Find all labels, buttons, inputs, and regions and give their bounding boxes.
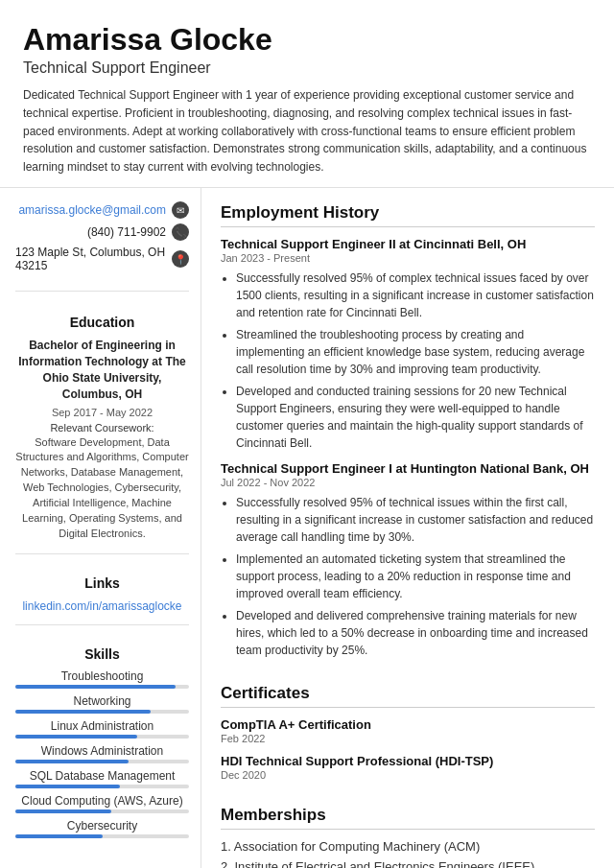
phone-item: (840) 711-9902 📞 (15, 223, 189, 241)
bullet-item: Successfully resolved 95% of technical i… (236, 494, 595, 546)
skill-bar-bg (15, 834, 189, 838)
skill-bar-bg (15, 785, 189, 788)
skill-bar-fill (15, 760, 129, 763)
header-section: Amarissa Glocke Technical Support Engine… (0, 0, 614, 188)
job-title: Technical Support Engineer II at Cincinn… (221, 237, 595, 251)
bullet-item: Successfully resolved 95% of complex tec… (236, 270, 595, 321)
address-item: 123 Maple St, Columbus, OH 43215 📍 (15, 246, 189, 272)
membership-item: 2. Institute of Electrical and Electroni… (221, 859, 595, 868)
certs-list: CompTIA A+ Certification Feb 2022 HDI Te… (221, 717, 595, 781)
education-title: Education (15, 315, 189, 330)
job-bullets: Successfully resolved 95% of technical i… (221, 494, 595, 659)
candidate-title: Technical Support Engineer (23, 59, 591, 77)
resume-wrapper: Amarissa Glocke Technical Support Engine… (0, 0, 614, 868)
skill-label: Troubleshooting (15, 669, 189, 683)
main-columns: amarissa.glocke@gmail.com ✉ (840) 711-99… (0, 188, 614, 868)
skill-bar-bg (15, 760, 189, 763)
job-entry: Technical Support Engineer II at Cincinn… (221, 237, 595, 452)
skill-item: Windows Administration (15, 744, 189, 763)
skill-label: Windows Administration (15, 744, 189, 758)
skill-item: Troubleshooting (15, 669, 189, 689)
certificates-section: Certificates CompTIA A+ Certification Fe… (221, 684, 595, 790)
employment-title: Employment History (221, 203, 595, 227)
skill-item: SQL Database Management (15, 769, 189, 788)
coursework-text: Software Development, Data Structures an… (15, 435, 189, 543)
bullet-item: Streamlined the troubleshooting process … (236, 326, 595, 378)
memberships-list: 1. Association for Computing Machinery (… (221, 839, 595, 868)
links-block: Links linkedin.com/in/amarissaglocke (15, 566, 189, 625)
skills-list: Troubleshooting Networking Linux Adminis… (15, 669, 189, 838)
phone-icon: 📞 (172, 223, 189, 241)
email-item: amarissa.glocke@gmail.com ✉ (15, 201, 189, 219)
cert-date: Dec 2020 (221, 769, 595, 781)
bullet-item: Implemented an automated ticketing syste… (236, 551, 595, 602)
skill-bar-bg (15, 710, 189, 714)
left-column: amarissa.glocke@gmail.com ✉ (840) 711-99… (0, 188, 201, 868)
employment-section: Employment History Technical Support Eng… (221, 203, 595, 669)
summary-text: Dedicated Technical Support Engineer wit… (23, 86, 591, 176)
skill-label: Cloud Computing (AWS, Azure) (15, 794, 189, 808)
skill-bar-fill (15, 785, 120, 788)
candidate-name: Amarissa Glocke (23, 21, 591, 58)
cert-entry: CompTIA A+ Certification Feb 2022 (221, 717, 595, 744)
contact-block: amarissa.glocke@gmail.com ✉ (840) 711-99… (15, 201, 189, 292)
phone-text: (840) 711-9902 (87, 225, 166, 239)
skill-bar-fill (15, 710, 151, 714)
bullet-item: Developed and delivered comprehensive tr… (236, 607, 595, 659)
links-title: Links (15, 575, 189, 591)
skill-item: Cybersecurity (15, 819, 189, 838)
skill-item: Cloud Computing (AWS, Azure) (15, 794, 189, 813)
skill-label: Linux Administration (15, 719, 189, 733)
skill-label: Networking (15, 694, 189, 708)
memberships-section: Memberships 1. Association for Computing… (221, 806, 595, 868)
cert-date: Feb 2022 (221, 733, 595, 744)
job-bullets: Successfully resolved 95% of complex tec… (221, 270, 595, 452)
coursework-label: Relevant Coursework: (15, 422, 189, 434)
education-degree: Bachelor of Engineering in Information T… (15, 338, 189, 402)
job-title: Technical Support Engineer I at Huntingt… (221, 461, 595, 476)
job-entry: Technical Support Engineer I at Huntingt… (221, 461, 595, 659)
skill-bar-fill (15, 685, 176, 689)
cert-name: CompTIA A+ Certification (221, 717, 595, 732)
location-icon: 📍 (172, 250, 189, 268)
skill-bar-bg (15, 809, 189, 813)
skills-title: Skills (15, 646, 189, 662)
skill-bar-fill (15, 735, 137, 739)
skill-bar-fill (15, 834, 103, 838)
email-icon: ✉ (172, 201, 189, 219)
skill-label: SQL Database Management (15, 769, 189, 783)
certificates-title: Certificates (221, 684, 595, 708)
skill-label: Cybersecurity (15, 819, 189, 833)
job-dates: Jan 2023 - Present (221, 252, 595, 264)
skill-bar-fill (15, 809, 111, 813)
education-dates: Sep 2017 - May 2022 (15, 407, 189, 418)
skill-bar-bg (15, 685, 189, 689)
cert-entry: HDI Technical Support Professional (HDI-… (221, 754, 595, 781)
skill-bar-bg (15, 735, 189, 739)
education-block: Education Bachelor of Engineering in Inf… (15, 305, 189, 554)
bullet-item: Developed and conducted training session… (236, 383, 595, 452)
linkedin-link[interactable]: linkedin.com/in/amarissaglocke (22, 599, 181, 613)
skill-item: Linux Administration (15, 719, 189, 739)
jobs-list: Technical Support Engineer II at Cincinn… (221, 237, 595, 659)
skills-block: Skills Troubleshooting Networking Linux … (15, 637, 189, 844)
memberships-title: Memberships (221, 806, 595, 830)
membership-item: 1. Association for Computing Machinery (… (221, 839, 595, 854)
cert-name: HDI Technical Support Professional (HDI-… (221, 754, 595, 768)
email-link[interactable]: amarissa.glocke@gmail.com (18, 203, 166, 217)
job-dates: Jul 2022 - Nov 2022 (221, 477, 595, 488)
right-column: Employment History Technical Support Eng… (201, 188, 614, 868)
address-text: 123 Maple St, Columbus, OH 43215 (15, 246, 166, 272)
skill-item: Networking (15, 694, 189, 714)
